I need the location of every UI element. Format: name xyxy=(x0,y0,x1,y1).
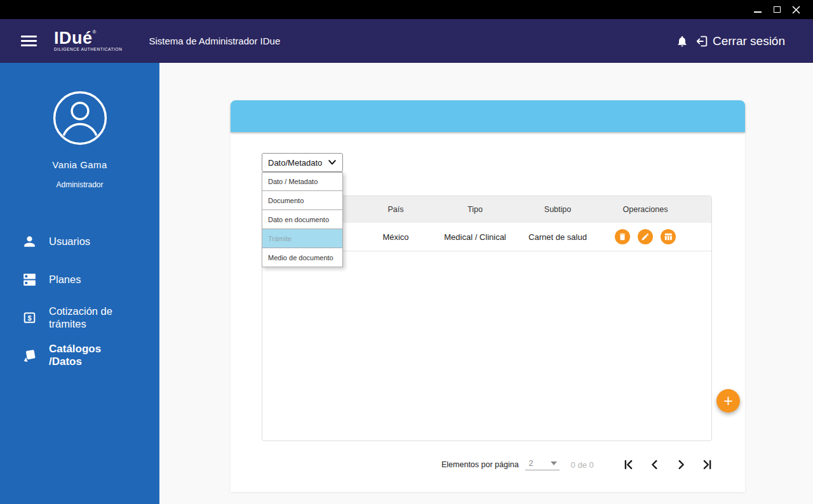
column-header-pais: País xyxy=(354,205,437,214)
app-logo: IDué® DILIGENCE AUTHENTICATION xyxy=(54,30,122,52)
edit-button[interactable] xyxy=(638,229,653,244)
chevron-down-icon xyxy=(328,159,337,166)
sidebar-item-planes[interactable]: Planes xyxy=(0,267,159,292)
minimize-button[interactable] xyxy=(748,0,767,19)
columns-button[interactable] xyxy=(661,229,676,244)
menu-option-dato-en-documento[interactable]: Dato en documento xyxy=(262,210,343,229)
logo-text: IDué xyxy=(54,29,93,48)
sidebar-item-label: Cotización de trámites xyxy=(49,305,126,330)
items-per-page-value: 2 xyxy=(529,459,534,468)
pagination: Elementos por página 2 0 de 0 xyxy=(441,454,714,475)
items-per-page-label: Elementos por página xyxy=(441,460,519,469)
logo-subtitle: DILIGENCE AUTHENTICATION xyxy=(54,48,122,52)
card-header-band xyxy=(231,100,745,132)
pencil-icon xyxy=(641,232,650,241)
users-icon xyxy=(22,234,37,249)
app-title: Sistema de Administrador IDue xyxy=(149,36,280,46)
next-page-button[interactable] xyxy=(674,458,688,472)
delete-button[interactable] xyxy=(615,229,630,244)
registered-mark: ® xyxy=(93,29,97,35)
chevron-left-icon xyxy=(648,458,662,472)
notifications-icon[interactable] xyxy=(676,34,689,48)
sidebar-item-label: Catálogos /Datos xyxy=(49,343,126,368)
sidebar-nav: Usuarios Planes $ Cotización de trámites… xyxy=(0,229,159,381)
sidebar: Vania Gama Administrador Usuarios Planes… xyxy=(0,63,159,504)
catalog-type-select[interactable]: Dato/Metadato xyxy=(262,153,343,172)
menu-option-documento[interactable]: Documento xyxy=(262,191,343,210)
cell-subtipo: Carnet de salud xyxy=(513,232,602,242)
items-per-page-select[interactable]: 2 xyxy=(525,459,560,470)
chevron-right-icon xyxy=(674,458,688,472)
column-header-tipo: Tipo xyxy=(437,205,513,214)
logout-label: Cerrar sesión xyxy=(713,34,785,48)
first-page-icon xyxy=(622,458,636,472)
main-content: Dato/Metadato Dato / Metadato Documento … xyxy=(159,63,813,504)
sidebar-item-catalogos[interactable]: Catálogos /Datos xyxy=(0,343,159,368)
first-page-button[interactable] xyxy=(622,458,636,472)
user-role: Administrador xyxy=(56,180,103,189)
column-header-operaciones: Operaciones xyxy=(602,205,711,214)
menu-option-dato-metadato[interactable]: Dato / Metadato xyxy=(262,172,343,191)
sidebar-item-label: Planes xyxy=(49,273,126,286)
catalog-type-select-value: Dato/Metadato xyxy=(268,158,322,168)
maximize-button[interactable] xyxy=(767,0,786,19)
sidebar-item-label: Usuarios xyxy=(49,235,126,248)
dropdown-arrow-icon xyxy=(551,461,557,465)
add-button[interactable]: + xyxy=(716,389,740,413)
logout-icon xyxy=(695,34,709,48)
app-header: IDué® DILIGENCE AUTHENTICATION Sistema d… xyxy=(0,19,813,63)
sidebar-item-usuarios[interactable]: Usuarios xyxy=(0,229,159,254)
table-columns-icon xyxy=(664,232,673,241)
maximize-icon xyxy=(774,6,781,13)
catalog-type-menu: Dato / Metadato Documento Dato en docume… xyxy=(262,172,343,267)
cell-tipo: Medical / Clinical xyxy=(437,232,513,242)
cell-pais: México xyxy=(354,232,437,242)
last-page-icon xyxy=(700,458,714,472)
close-button[interactable] xyxy=(786,0,805,19)
user-avatar-icon xyxy=(53,91,107,145)
sidebar-item-cotizacion[interactable]: $ Cotización de trámites xyxy=(0,305,159,330)
last-page-button[interactable] xyxy=(700,458,714,472)
svg-text:$: $ xyxy=(27,314,31,321)
previous-page-button[interactable] xyxy=(648,458,662,472)
menu-option-medio-de-documento[interactable]: Medio de documento xyxy=(262,248,343,267)
quote-icon: $ xyxy=(22,310,37,326)
menu-toggle-button[interactable] xyxy=(21,36,37,46)
plans-icon xyxy=(22,272,37,288)
user-name: Vania Gama xyxy=(52,159,107,170)
row-operations xyxy=(602,229,711,244)
catalog-icon xyxy=(22,348,37,364)
minimize-icon xyxy=(754,11,762,13)
column-header-subtipo: Subtipo xyxy=(513,205,602,214)
close-icon xyxy=(792,6,800,14)
logout-button[interactable]: Cerrar sesión xyxy=(695,34,785,48)
page-range: 0 de 0 xyxy=(571,460,594,470)
trash-icon xyxy=(618,232,627,241)
window-title-bar xyxy=(0,0,813,19)
menu-option-tramite[interactable]: Trámite xyxy=(262,229,343,248)
